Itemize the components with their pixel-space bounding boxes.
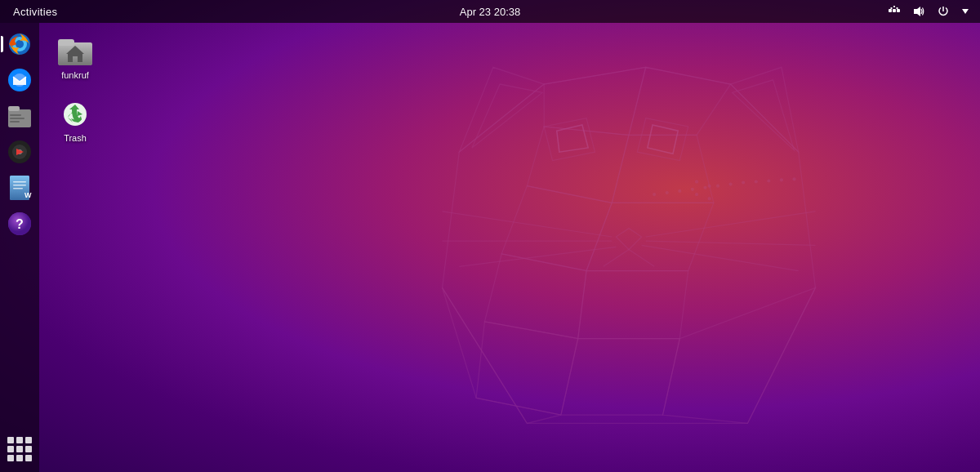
svg-rect-51 xyxy=(897,7,898,9)
dock-item-files[interactable] xyxy=(3,100,36,132)
svg-marker-10 xyxy=(586,203,714,270)
svg-marker-5 xyxy=(544,67,646,135)
desktop-icon-home[interactable]: funkruf xyxy=(46,29,105,84)
svg-point-44 xyxy=(780,178,783,181)
svg-text:W: W xyxy=(24,191,32,199)
svg-line-23 xyxy=(629,250,654,267)
svg-point-26 xyxy=(696,194,698,196)
svg-marker-14 xyxy=(561,339,679,415)
svg-point-37 xyxy=(691,188,694,191)
topbar-right xyxy=(884,0,980,23)
svg-point-24 xyxy=(696,180,698,183)
svg-point-34 xyxy=(653,193,656,196)
svg-rect-70 xyxy=(13,185,26,186)
svg-marker-53 xyxy=(962,9,969,14)
svg-line-33 xyxy=(459,247,616,266)
svg-marker-7 xyxy=(527,127,629,203)
svg-marker-8 xyxy=(612,135,714,203)
trash-label: Trash xyxy=(64,133,87,144)
network-icon[interactable] xyxy=(884,0,905,23)
svg-marker-18 xyxy=(637,118,688,161)
svg-rect-60 xyxy=(8,106,20,111)
svg-marker-11 xyxy=(484,254,586,339)
desktop: Activities Apr 23 20:38 xyxy=(0,0,980,472)
svg-point-42 xyxy=(755,180,758,183)
dock-item-rhythmbox[interactable] xyxy=(3,136,36,168)
dock-item-firefox[interactable] xyxy=(3,28,36,60)
svg-rect-71 xyxy=(13,188,23,189)
svg-point-45 xyxy=(792,177,795,180)
svg-point-43 xyxy=(767,179,770,182)
topbar-datetime[interactable]: Apr 23 20:38 xyxy=(460,6,520,18)
svg-point-38 xyxy=(703,186,706,189)
desktop-icon-trash[interactable]: Trash xyxy=(46,92,105,147)
svg-marker-2 xyxy=(731,67,799,152)
svg-line-28 xyxy=(646,212,816,237)
svg-rect-61 xyxy=(10,114,21,116)
trash-icon xyxy=(58,96,92,130)
svg-rect-50 xyxy=(893,6,895,7)
svg-point-56 xyxy=(16,40,24,48)
dock-item-help[interactable]: ? xyxy=(3,207,36,240)
svg-rect-78 xyxy=(58,39,74,46)
svg-point-27 xyxy=(708,198,710,200)
datetime-label: Apr 23 20:38 xyxy=(460,6,520,18)
topbar-left: Activities xyxy=(0,0,64,23)
sound-icon[interactable] xyxy=(908,0,929,23)
svg-marker-4 xyxy=(733,80,795,150)
svg-marker-15 xyxy=(443,287,561,423)
svg-marker-20 xyxy=(648,125,678,154)
svg-marker-52 xyxy=(914,7,920,16)
svg-line-29 xyxy=(646,241,816,245)
wallpaper-cat xyxy=(343,16,915,457)
svg-point-39 xyxy=(716,185,719,188)
svg-rect-49 xyxy=(891,7,893,9)
svg-marker-17 xyxy=(544,118,595,161)
dock-item-email[interactable] xyxy=(3,64,36,96)
dock: W ? xyxy=(0,23,39,472)
svg-rect-69 xyxy=(13,181,26,183)
svg-rect-47 xyxy=(893,9,896,12)
svg-rect-48 xyxy=(897,9,900,12)
home-folder-icon xyxy=(58,33,92,67)
svg-rect-63 xyxy=(10,121,20,122)
svg-text:?: ? xyxy=(16,217,24,231)
svg-marker-12 xyxy=(578,271,688,339)
svg-point-35 xyxy=(666,191,669,194)
svg-point-36 xyxy=(678,189,681,193)
dock-item-writer[interactable]: W xyxy=(3,171,36,204)
svg-rect-46 xyxy=(889,9,892,12)
svg-line-30 xyxy=(642,245,799,270)
svg-marker-16 xyxy=(663,287,816,423)
home-folder-label: funkruf xyxy=(61,70,89,81)
svg-line-31 xyxy=(443,212,612,237)
svg-marker-21 xyxy=(616,229,641,250)
activities-button[interactable]: Activities xyxy=(7,0,64,23)
svg-line-22 xyxy=(604,250,629,267)
svg-point-25 xyxy=(708,185,710,187)
desktop-icons: funkruf Trash xyxy=(46,29,105,147)
svg-rect-62 xyxy=(10,118,24,119)
system-menu-dropdown-icon[interactable] xyxy=(957,0,973,23)
dock-item-app-grid[interactable] xyxy=(3,433,36,465)
svg-point-40 xyxy=(729,183,733,186)
topbar: Activities Apr 23 20:38 xyxy=(0,0,980,23)
svg-point-41 xyxy=(742,180,745,184)
grid-icon xyxy=(7,437,32,461)
svg-marker-1 xyxy=(459,67,544,152)
power-icon[interactable] xyxy=(933,0,954,23)
